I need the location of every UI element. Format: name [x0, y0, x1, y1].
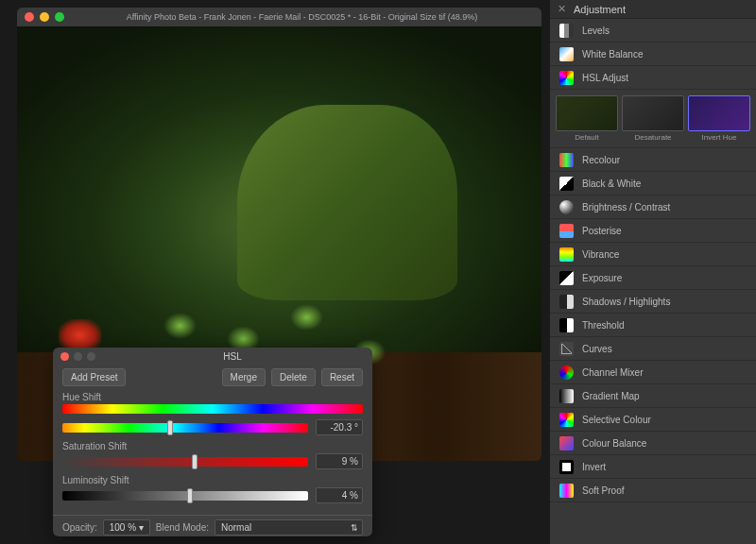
shadows-highlights-icon: [559, 295, 574, 309]
adjustment-label: Vibrance: [582, 249, 619, 260]
threshold-icon: [559, 318, 574, 332]
adjustment-item-invert[interactable]: Invert: [550, 455, 756, 479]
adjustment-item-recolour[interactable]: Recolour: [550, 148, 756, 172]
adjustment-label: Recolour: [582, 155, 620, 165]
adjustment-label: Gradient Map: [582, 391, 640, 401]
adjustment-title: Adjustment: [574, 4, 626, 15]
channel-mixer-icon: [559, 366, 574, 380]
luminosity-shift-slider[interactable]: [62, 491, 308, 501]
hsl-footer: Opacity: 100 % ▾ Blend Mode: Normal ⇅: [53, 515, 372, 539]
adjustment-label: Invert: [582, 462, 606, 472]
merge-button[interactable]: Merge: [222, 368, 266, 386]
saturation-shift-label: Saturation Shift: [62, 441, 363, 451]
adjustment-item-channel-mixer[interactable]: Channel Mixer: [550, 361, 756, 384]
preset-desaturate[interactable]: Desaturate: [622, 95, 684, 142]
hue-shift-label: Hue Shift: [62, 392, 363, 402]
photo-stump: [237, 105, 457, 300]
adjustment-item-selective-colour[interactable]: Selective Colour: [550, 408, 756, 432]
blend-mode-select[interactable]: Normal ⇅: [215, 519, 363, 536]
vibrance-icon: [559, 247, 574, 262]
maximize-button[interactable]: [55, 12, 64, 22]
adjustment-item-vibrance[interactable]: Vibrance: [550, 243, 756, 266]
black-white-icon: [559, 177, 574, 191]
saturation-shift-slider[interactable]: [62, 457, 308, 467]
adjustment-item-colour-balance[interactable]: Colour Balance: [550, 432, 756, 455]
preset-label: Invert Hue: [688, 133, 750, 142]
adjustment-label: HSL Adjust: [582, 73, 628, 83]
preset-invert-hue[interactable]: Invert Hue: [688, 95, 750, 142]
titlebar: Affinity Photo Beta - Frank Jonen - Faer…: [17, 8, 541, 26]
opacity-value: 100 %: [110, 522, 136, 533]
adjustment-label: Channel Mixer: [582, 367, 643, 378]
preset-default-thumb: [556, 95, 618, 131]
hue-shift-slider[interactable]: [62, 423, 308, 433]
hsl-maximize-button[interactable]: [87, 352, 95, 361]
adjustment-item-brightness-contrast[interactable]: Brightness / Contrast: [550, 196, 756, 219]
adjustment-item-white-balance[interactable]: White Balance: [550, 42, 756, 66]
hsl-close-button[interactable]: [60, 352, 69, 361]
adjustment-label: Brightness / Contrast: [582, 202, 670, 212]
window-title: Affinity Photo Beta - Frank Jonen - Faer…: [70, 12, 534, 22]
adjustment-item-threshold[interactable]: Threshold: [550, 314, 756, 337]
adjustment-label: Colour Balance: [582, 438, 646, 449]
soft-proof-icon: [559, 484, 574, 498]
close-icon[interactable]: ✕: [558, 3, 566, 15]
adjustment-panel: ✕ Adjustment Levels White Balance HSL Ad…: [550, 0, 756, 544]
hsl-icon: [559, 71, 574, 85]
hue-shift-thumb[interactable]: [167, 420, 173, 435]
add-preset-button[interactable]: Add Preset: [62, 368, 126, 386]
adjustment-item-shadows-highlights[interactable]: Shadows / Highlights: [550, 290, 756, 314]
traffic-lights: [25, 12, 64, 22]
chevron-updown-icon: ⇅: [351, 523, 358, 533]
preset-invert-hue-thumb: [688, 95, 750, 131]
adjustment-label: Posterise: [582, 226, 622, 236]
adjustment-item-curves[interactable]: Curves: [550, 337, 756, 361]
posterise-icon: [559, 224, 574, 238]
adjustment-item-levels[interactable]: Levels: [550, 19, 756, 42]
luminosity-shift-thumb[interactable]: [187, 488, 193, 503]
hsl-panel: HSL Add Preset Merge Delete Reset Hue Sh…: [53, 348, 372, 536]
saturation-shift-thumb[interactable]: [192, 454, 198, 469]
adjustment-label: Levels: [582, 26, 610, 36]
luminosity-shift-value[interactable]: [316, 487, 363, 503]
saturation-shift-value[interactable]: [316, 453, 363, 469]
adjustment-header: ✕ Adjustment: [550, 0, 756, 19]
opacity-label: Opacity:: [62, 522, 97, 533]
luminosity-shift-label: Luminosity Shift: [62, 475, 363, 485]
opacity-select[interactable]: 100 % ▾: [103, 519, 150, 536]
adjustment-label: Shadows / Highlights: [582, 297, 670, 307]
hsl-titlebar[interactable]: HSL: [53, 348, 372, 365]
adjustment-label: Threshold: [582, 320, 624, 331]
recolour-icon: [559, 153, 574, 167]
adjustment-label: Curves: [582, 344, 612, 354]
brightness-contrast-icon: [559, 200, 574, 214]
close-button[interactable]: [25, 12, 34, 22]
adjustment-label: White Balance: [582, 49, 643, 60]
adjustment-item-hsl-adjust[interactable]: HSL Adjust: [550, 66, 756, 90]
adjustment-label: Selective Colour: [582, 415, 651, 425]
hue-spectrum-bar[interactable]: [62, 404, 363, 414]
hue-shift-value[interactable]: [316, 419, 363, 435]
gradient-map-icon: [559, 389, 574, 403]
reset-button[interactable]: Reset: [321, 368, 363, 386]
preset-row: Default Desaturate Invert Hue: [550, 90, 756, 148]
adjustment-item-black-white[interactable]: Black & White: [550, 172, 756, 196]
photo-fern: [163, 313, 197, 339]
adjustment-item-gradient-map[interactable]: Gradient Map: [550, 384, 756, 408]
preset-desaturate-thumb: [622, 95, 684, 131]
adjustment-item-exposure[interactable]: Exposure: [550, 266, 756, 290]
exposure-icon: [559, 271, 574, 285]
preset-default[interactable]: Default: [556, 95, 618, 142]
colour-balance-icon: [559, 436, 574, 450]
adjustment-item-soft-proof[interactable]: Soft Proof: [550, 479, 756, 502]
adjustment-label: Black & White: [582, 178, 641, 189]
delete-button[interactable]: Delete: [271, 368, 316, 386]
hsl-controls: Add Preset Merge Delete Reset Hue Shift …: [53, 365, 372, 513]
levels-icon: [559, 24, 574, 38]
adjustment-label: Exposure: [582, 273, 622, 283]
minimize-button[interactable]: [40, 12, 49, 22]
adjustment-label: Soft Proof: [582, 485, 624, 496]
adjustment-item-posterise[interactable]: Posterise: [550, 219, 756, 243]
invert-icon: [559, 460, 574, 474]
hsl-minimize-button[interactable]: [74, 352, 82, 361]
